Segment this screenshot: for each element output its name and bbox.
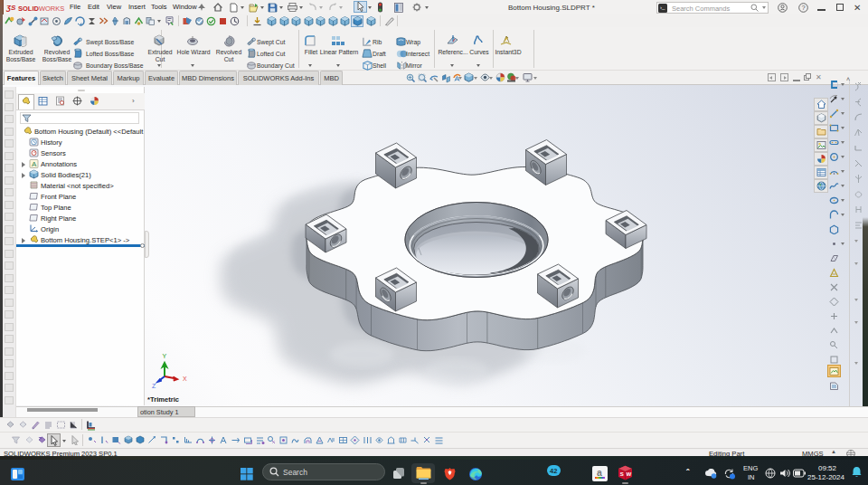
svg-text:Y: Y [163, 353, 167, 359]
svg-text:S: S [620, 471, 624, 477]
svg-text:W: W [627, 471, 632, 477]
svg-text:A: A [32, 160, 37, 168]
svg-text:?: ? [801, 4, 805, 12]
svg-text:Z: Z [152, 383, 156, 389]
svg-text:X: X [183, 376, 187, 382]
